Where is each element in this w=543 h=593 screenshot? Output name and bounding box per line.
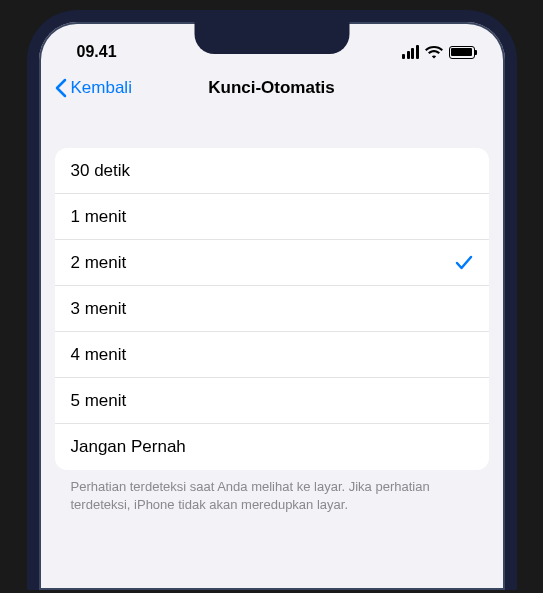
option-label: 30 detik	[71, 161, 131, 181]
cellular-signal-icon	[402, 45, 419, 59]
notch	[194, 22, 349, 54]
option-label: 1 menit	[71, 207, 127, 227]
option-label: Jangan Pernah	[71, 437, 186, 457]
page-title: Kunci-Otomatis	[208, 78, 335, 98]
phone-frame: 09.41 Kembali Kunci-Otomatis 30 detik1 m…	[27, 10, 517, 590]
options-list: 30 detik1 menit2 menit3 menit4 menit5 me…	[55, 148, 489, 470]
option-row[interactable]: 2 menit	[55, 240, 489, 286]
option-label: 4 menit	[71, 345, 127, 365]
option-row[interactable]: 1 menit	[55, 194, 489, 240]
back-label: Kembali	[71, 78, 132, 98]
option-row[interactable]: 5 menit	[55, 378, 489, 424]
option-row[interactable]: 30 detik	[55, 148, 489, 194]
content-area: 30 detik1 menit2 menit3 menit4 menit5 me…	[39, 112, 505, 513]
option-label: 2 menit	[71, 253, 127, 273]
footer-description: Perhatian terdeteksi saat Anda melihat k…	[55, 470, 489, 513]
option-label: 5 menit	[71, 391, 127, 411]
checkmark-icon	[455, 255, 473, 271]
chevron-left-icon	[55, 78, 67, 98]
option-row[interactable]: 3 menit	[55, 286, 489, 332]
option-row[interactable]: 4 menit	[55, 332, 489, 378]
battery-icon	[449, 46, 475, 59]
navigation-bar: Kembali Kunci-Otomatis	[39, 68, 505, 112]
option-label: 3 menit	[71, 299, 127, 319]
back-button[interactable]: Kembali	[55, 78, 132, 98]
option-row[interactable]: Jangan Pernah	[55, 424, 489, 470]
wifi-icon	[425, 46, 443, 59]
